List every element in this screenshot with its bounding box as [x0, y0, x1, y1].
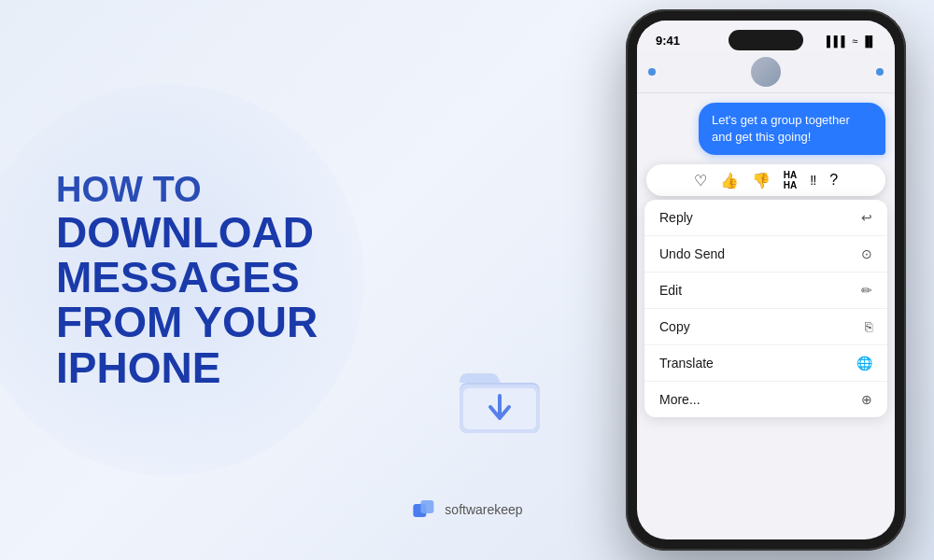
menu-translate[interactable]: Translate 🌐 [644, 345, 887, 382]
menu-copy[interactable]: Copy ⎘ [644, 309, 887, 345]
context-menu: Reply ↩ Undo Send ⊙ Edit ✏ Copy ⎘ Transl… [644, 200, 887, 417]
menu-undo-send[interactable]: Undo Send ⊙ [644, 236, 887, 273]
menu-edit-label: Edit [659, 283, 682, 298]
back-button[interactable] [648, 68, 656, 76]
dynamic-island [729, 30, 803, 50]
translate-icon: 🌐 [856, 356, 872, 371]
status-time: 9:41 [656, 34, 680, 48]
reply-icon: ↩ [861, 210, 872, 225]
more-icon: ⊕ [861, 392, 872, 407]
svg-rect-4 [420, 500, 433, 513]
menu-reply[interactable]: Reply ↩ [644, 200, 887, 236]
logo-area: softwarekeep [411, 497, 522, 523]
left-content-area: HOW TO DOWNLOAD MESSAGES FROM YOUR IPHON… [56, 171, 467, 390]
emoji-reaction-bar: ♡ 👍 👎 HAHA ‼ ? [646, 164, 885, 196]
edit-icon: ✏ [861, 283, 872, 298]
phone-wrapper: 9:41 ▌▌▌ ≈ ▐▌ Let's get a group together… [626, 9, 906, 551]
reaction-heart[interactable]: ♡ [694, 172, 707, 189]
undo-icon: ⊙ [861, 246, 872, 261]
menu-translate-label: Translate [659, 356, 714, 371]
how-to-text: HOW TO [56, 171, 467, 210]
main-title-line1: DOWNLOAD MESSAGES [56, 209, 467, 300]
menu-edit[interactable]: Edit ✏ [644, 273, 887, 309]
folder-icon [458, 364, 542, 439]
wifi-icon: ≈ [852, 35, 857, 47]
menu-more-label: More... [659, 392, 700, 407]
phone-screen: 9:41 ▌▌▌ ≈ ▐▌ Let's get a group together… [637, 21, 895, 539]
logo-icon [411, 497, 437, 523]
menu-reply-label: Reply [659, 210, 693, 225]
battery-icon: ▐▌ [861, 35, 876, 47]
message-bubble: Let's get a group together and get this … [699, 103, 885, 155]
logo-text: softwarekeep [445, 502, 522, 517]
signal-icon: ▌▌▌ [827, 35, 848, 47]
info-button[interactable] [876, 68, 884, 76]
phone-frame: 9:41 ▌▌▌ ≈ ▐▌ Let's get a group together… [626, 9, 906, 551]
reaction-thumbs-down[interactable]: 👎 [752, 172, 771, 189]
status-icons: ▌▌▌ ≈ ▐▌ [827, 35, 876, 47]
reaction-haha[interactable]: HAHA [784, 170, 797, 190]
main-title-line2: FROM YOUR IPHONE [56, 300, 467, 390]
contact-avatar [751, 57, 781, 87]
reaction-thumbs-up[interactable]: 👍 [720, 172, 739, 189]
menu-undo-label: Undo Send [659, 246, 725, 261]
menu-more[interactable]: More... ⊕ [644, 382, 887, 417]
copy-icon: ⎘ [865, 319, 872, 334]
menu-copy-label: Copy [659, 319, 690, 334]
reaction-question[interactable]: ? [829, 172, 838, 189]
messages-header [637, 51, 895, 93]
message-area: Let's get a group together and get this … [637, 93, 895, 161]
reaction-exclamation[interactable]: ‼ [810, 173, 816, 188]
